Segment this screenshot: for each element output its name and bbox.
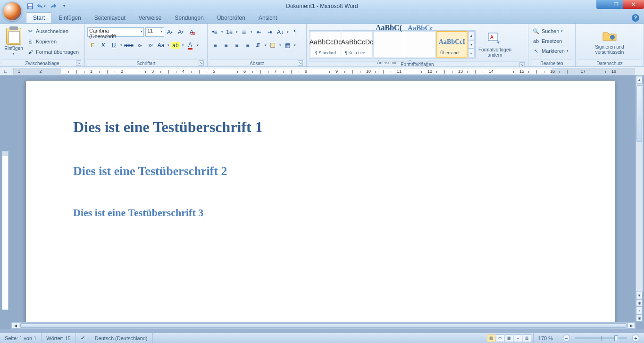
align-left-button[interactable]: ≡ <box>210 40 220 50</box>
shading-button[interactable] <box>268 40 282 50</box>
font-color-button[interactable]: A <box>185 40 200 50</box>
clipboard-launcher[interactable]: ↘ <box>76 60 81 66</box>
qat-customize-icon[interactable]: ▾ <box>60 2 68 10</box>
underline-button[interactable]: U <box>109 40 123 50</box>
style-standard[interactable]: AaBbCcDc¶ Standard <box>310 31 341 58</box>
replace-button[interactable]: abErsetzen <box>531 36 563 46</box>
help-icon[interactable]: ? <box>632 14 639 22</box>
select-button[interactable]: ↖Markieren ▾ <box>531 46 570 56</box>
ribbon: Einfügen ▾ ✂Ausschneiden ⎘Kopieren 🖌Form… <box>0 24 644 67</box>
copy-button[interactable]: ⎘Kopieren <box>25 37 80 46</box>
styles-gallery-scroll[interactable]: ▴▾≡ <box>468 31 475 58</box>
superscript-button[interactable]: x² <box>145 40 156 50</box>
tab-ansicht[interactable]: Ansicht <box>252 13 284 23</box>
find-button[interactable]: 🔍Suchen ▾ <box>531 26 564 36</box>
doc-heading1[interactable]: Dies ist eine Testüberschrift 1 <box>73 118 568 136</box>
style-heading3[interactable]: AaBbCcIÜberschrif… <box>436 31 468 58</box>
bullets-button[interactable]: •≡ <box>210 27 224 37</box>
show-marks-button[interactable]: ¶ <box>290 27 301 37</box>
status-words[interactable]: Wörter: 15 <box>42 333 75 343</box>
undo-icon[interactable]: ▾ <box>37 2 46 10</box>
highlight-button[interactable]: ab <box>171 40 185 50</box>
shrink-font-button[interactable]: A▾ <box>176 27 186 37</box>
zoom-in-button[interactable]: + <box>632 335 639 342</box>
page-1[interactable]: Dies ist eine Testüberschrift 1 Dies ist… <box>25 80 615 322</box>
align-right-button[interactable]: ≡ <box>232 40 242 50</box>
scroll-right-button[interactable]: ▶ <box>627 323 635 328</box>
status-language[interactable]: Deutsch (Deutschland) <box>90 333 153 343</box>
scroll-up-button[interactable]: ▲ <box>636 76 643 84</box>
italic-button[interactable]: K <box>98 40 109 50</box>
grow-font-button[interactable]: A▴ <box>165 27 175 37</box>
format-painter-button[interactable]: 🖌Format übertragen <box>25 47 80 57</box>
zoom-knob[interactable] <box>614 335 618 341</box>
status-proofing[interactable]: ✔ <box>76 333 90 343</box>
multilevel-button[interactable]: ≣ <box>239 27 253 37</box>
font-size-combo[interactable]: 11▾ <box>145 27 164 37</box>
horizontal-ruler-bar: ∟ 12123456789101112131415161718 <box>0 67 644 75</box>
status-page[interactable]: Seite: 1 von 1 <box>0 333 42 343</box>
view-draft-button[interactable]: ▥ <box>523 335 531 342</box>
minimize-button[interactable]: ─ <box>596 0 610 9</box>
vertical-ruler[interactable] <box>2 151 8 310</box>
horizontal-scrollbar[interactable]: ◀ ▶ <box>11 322 636 329</box>
strikethrough-button[interactable]: abc <box>124 40 134 50</box>
numbering-button[interactable]: 1≡ <box>225 27 239 37</box>
group-paragraph: •≡ 1≡ ≣ ⇤ ⇥ A↓ ¶ ≡ ≡ ≡ ≡ ⇵ ▦ Absatz↘ <box>208 24 307 67</box>
paste-button[interactable]: Einfügen ▾ <box>2 25 25 59</box>
office-button[interactable] <box>2 1 22 21</box>
align-center-button[interactable]: ≡ <box>221 40 231 50</box>
tab-verweise[interactable]: Verweise <box>132 13 168 23</box>
save-icon[interactable] <box>26 2 34 10</box>
zoom-level[interactable]: 170 % <box>534 333 558 343</box>
bold-button[interactable]: F <box>87 40 98 50</box>
change-styles-button[interactable]: A Formatvorlagen ändern <box>478 27 511 61</box>
prev-page-button[interactable]: ◉ <box>636 299 643 307</box>
horizontal-ruler[interactable]: 12123456789101112131415161718 <box>13 68 635 75</box>
tab-seitenlayout[interactable]: Seitenlayout <box>88 13 132 23</box>
scroll-left-button[interactable]: ◀ <box>12 323 19 328</box>
font-name-combo[interactable]: Cambria (Überschrift▾ <box>87 27 144 37</box>
doc-heading2[interactable]: Dies ist eine Testüberschrift 2 <box>73 164 568 178</box>
view-outline-button[interactable]: ≡ <box>514 335 522 342</box>
tab-sendungen[interactable]: Sendungen <box>168 13 210 23</box>
paragraph-launcher[interactable]: ↘ <box>298 60 303 66</box>
zoom-out-button[interactable]: − <box>563 335 570 342</box>
subscript-button[interactable]: x₂ <box>134 40 145 50</box>
close-button[interactable]: ✕ <box>623 0 644 9</box>
view-web-button[interactable]: ▦ <box>505 335 513 342</box>
view-printlayout-button[interactable]: ▤ <box>487 335 495 342</box>
font-launcher[interactable]: ↘ <box>199 60 204 66</box>
clear-formatting-button[interactable]: A⌫ <box>186 27 197 37</box>
redo-icon[interactable] <box>49 2 57 10</box>
style-heading2[interactable]: AaBbCcÜberschrif… <box>405 31 436 58</box>
style-heading1[interactable]: AaBbC(Überschrif… <box>373 31 404 58</box>
increase-indent-button[interactable]: ⇥ <box>265 27 275 37</box>
decrease-indent-button[interactable]: ⇤ <box>254 27 264 37</box>
vertical-scroll-thumb[interactable] <box>636 85 642 142</box>
style-noblank[interactable]: AaBbCcDc¶ Kein Lee… <box>342 31 373 58</box>
copy-icon: ⎘ <box>26 38 34 45</box>
vertical-scrollbar[interactable]: ▲ ▼ ◉ • ◉ <box>636 75 643 322</box>
page-scroll-container[interactable]: Dies ist eine Testüberschrift 1 Dies ist… <box>11 75 636 322</box>
sort-button[interactable]: A↓ <box>276 27 290 37</box>
restore-button[interactable]: ❐ <box>610 0 623 9</box>
justify-button[interactable]: ≡ <box>243 40 253 50</box>
scroll-down-button[interactable]: ▼ <box>636 292 643 299</box>
tab-start[interactable]: Start <box>26 12 52 23</box>
next-page-button[interactable]: ◉ <box>636 314 643 322</box>
tab-selector[interactable]: ∟ <box>0 67 11 75</box>
borders-button[interactable]: ▦ <box>283 40 297 50</box>
doc-heading3[interactable]: Dies ist eine Testüberschrift 3 <box>73 207 203 219</box>
change-case-button[interactable]: Aa <box>156 40 170 50</box>
cut-button[interactable]: ✂Ausschneiden <box>25 26 80 36</box>
tab-ueberpruefen[interactable]: Überprüfen <box>210 13 252 23</box>
sign-encrypt-button[interactable]: Signieren und verschlüsseln <box>591 25 628 59</box>
view-fullscreen-button[interactable]: ▭ <box>496 335 504 342</box>
svg-rect-1 <box>28 3 33 5</box>
browse-object-button[interactable]: • <box>636 307 643 314</box>
line-spacing-button[interactable]: ⇵ <box>253 40 268 50</box>
horizontal-scroll-thumb[interactable] <box>20 323 627 328</box>
tab-einfuegen[interactable]: Einfügen <box>52 13 87 23</box>
zoom-slider[interactable] <box>575 337 627 339</box>
